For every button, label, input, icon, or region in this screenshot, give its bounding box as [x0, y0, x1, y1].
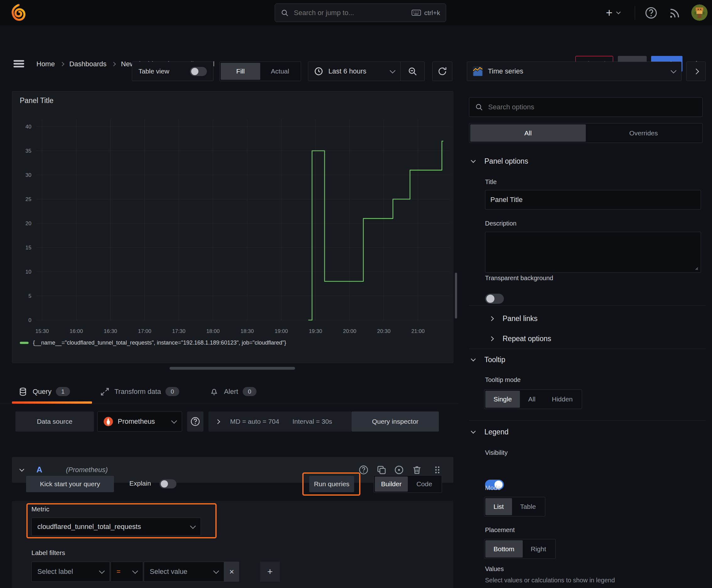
select-label-placeholder: Select label: [37, 568, 73, 576]
panel-links-header: Panel links: [503, 314, 537, 323]
grafana-edit-panel: ctrl+k +: [0, 0, 712, 588]
table-view-label: Table view: [138, 67, 169, 75]
datasource-help-button[interactable]: [187, 412, 203, 432]
chevron-down-icon: [471, 357, 476, 361]
panel-title-input[interactable]: [485, 190, 701, 210]
legend-section[interactable]: Legend: [472, 428, 509, 436]
builder-option[interactable]: Builder: [375, 477, 408, 491]
run-queries-button[interactable]: Run queries: [309, 476, 354, 492]
query-inspector-button[interactable]: Query inspector: [352, 412, 439, 432]
transparent-bg-label: Transparent background: [485, 275, 553, 282]
help-icon[interactable]: [644, 6, 658, 20]
explain-toggle[interactable]: [159, 479, 176, 488]
new-menu-button[interactable]: +: [606, 6, 620, 19]
svg-text:16:00: 16:00: [70, 328, 83, 334]
panel-title[interactable]: Panel Title: [20, 97, 53, 105]
description-textarea[interactable]: [485, 232, 701, 273]
chevron-down-icon: [671, 67, 676, 73]
tooltip-single-option[interactable]: Single: [486, 391, 520, 408]
grafana-logo-icon[interactable]: [11, 3, 26, 24]
description-label: Description: [485, 220, 516, 227]
resize-handle-icon[interactable]: [693, 265, 698, 270]
clock-icon: [314, 67, 323, 76]
tab-transform-data[interactable]: Transform data 0: [100, 387, 179, 396]
placement-bottom-option[interactable]: Bottom: [486, 540, 523, 558]
tab-alert[interactable]: Alert 0: [209, 387, 257, 396]
panel-options-section[interactable]: Panel options: [472, 157, 528, 166]
options-tabs: All Overrides: [469, 123, 703, 143]
panel-options-header: Panel options: [484, 157, 528, 166]
section-divider: [469, 305, 706, 306]
global-search[interactable]: ctrl+k: [275, 3, 446, 22]
time-range-label: Last 6 hours: [328, 67, 390, 76]
actual-option[interactable]: Actual: [260, 63, 300, 80]
table-view-toggle[interactable]: [190, 67, 207, 76]
time-range-picker[interactable]: Last 6 hours: [308, 67, 400, 76]
metric-select[interactable]: cloudflared_tunnel_total_requests: [31, 518, 201, 536]
news-rss-icon[interactable]: [668, 6, 681, 20]
disable-query-icon[interactable]: [394, 465, 404, 475]
time-range-control: Last 6 hours: [308, 62, 425, 81]
user-avatar[interactable]: [691, 4, 708, 21]
horizontal-scrollbar[interactable]: [170, 367, 295, 370]
chart-legend-item[interactable]: {__name__="cloudflared_tunnel_total_requ…: [20, 339, 286, 346]
zoom-out-icon[interactable]: [401, 62, 425, 81]
chevron-right-icon: [489, 336, 494, 341]
top-bar: ctrl+k +: [0, 0, 712, 25]
placement-right-option[interactable]: Right: [523, 540, 555, 558]
fill-option[interactable]: Fill: [221, 63, 260, 80]
delete-query-icon[interactable]: [412, 465, 422, 475]
open-viz-list-button[interactable]: [686, 62, 706, 81]
tab-overrides[interactable]: Overrides: [586, 124, 701, 142]
refresh-button[interactable]: [432, 62, 452, 81]
query-editor: Metric cloudflared_tunnel_total_requests…: [12, 501, 453, 588]
bell-icon: [209, 387, 219, 396]
add-filter-button[interactable]: +: [260, 562, 280, 582]
kick-start-query-button[interactable]: Kick start your query: [26, 476, 114, 492]
tab-all-options[interactable]: All: [470, 124, 586, 142]
breadcrumb-home[interactable]: Home: [37, 60, 55, 68]
builder-code-switch: Builder Code: [373, 475, 442, 493]
visibility-label: Visibility: [485, 449, 508, 456]
chevron-down-icon: [616, 10, 621, 14]
chevron-down-icon: [132, 568, 138, 573]
vertical-scrollbar[interactable]: [455, 273, 457, 318]
tooltip-section[interactable]: Tooltip: [472, 356, 505, 364]
legend-mode-label: Mode: [485, 484, 501, 491]
menu-icon[interactable]: [12, 57, 26, 71]
search-input[interactable]: [293, 8, 412, 17]
legend-list-option[interactable]: List: [486, 498, 512, 515]
repeat-options-header: Repeat options: [503, 335, 551, 343]
options-search-input[interactable]: [488, 103, 697, 111]
query-help-icon[interactable]: [358, 465, 369, 475]
drag-handle-icon[interactable]: [432, 465, 443, 475]
transparent-bg-toggle[interactable]: [485, 294, 504, 304]
options-search[interactable]: [469, 97, 703, 117]
svg-text:30: 30: [25, 172, 31, 178]
collapse-query-icon[interactable]: [19, 467, 24, 472]
repeat-options-section[interactable]: Repeat options: [490, 331, 551, 347]
duplicate-query-icon[interactable]: [376, 465, 387, 475]
tooltip-hidden-option[interactable]: Hidden: [544, 391, 581, 408]
table-view-control: Table view: [132, 62, 214, 81]
breadcrumb-dashboards[interactable]: Dashboards: [69, 60, 107, 68]
legend-table-option[interactable]: Table: [512, 498, 544, 515]
remove-filter-button[interactable]: ×: [224, 562, 239, 582]
operator-dropdown[interactable]: =: [110, 562, 143, 582]
chevron-down-icon: [471, 158, 476, 163]
query-count-badge: 1: [56, 387, 70, 396]
query-options-summary[interactable]: MD = auto = 704 Interval = 30s: [209, 412, 352, 432]
panel-preview: Panel Title 051015202530354015:3016:0016…: [12, 91, 453, 363]
code-option[interactable]: Code: [408, 477, 441, 491]
time-series-chart[interactable]: 051015202530354015:3016:0016:3017:0017:3…: [15, 115, 451, 338]
tab-query[interactable]: Query 1: [18, 387, 70, 396]
panel-links-section[interactable]: Panel links: [490, 310, 537, 327]
visualization-picker[interactable]: Time series: [467, 62, 682, 81]
tooltip-all-option[interactable]: All: [520, 391, 543, 408]
legend-placement-label: Placement: [485, 526, 515, 534]
datasource-picker[interactable]: Prometheus: [97, 412, 182, 432]
select-label-dropdown[interactable]: Select label: [31, 562, 110, 582]
chevron-down-icon: [171, 418, 177, 423]
svg-text:16:30: 16:30: [104, 328, 117, 334]
select-value-dropdown[interactable]: Select value: [144, 562, 224, 582]
